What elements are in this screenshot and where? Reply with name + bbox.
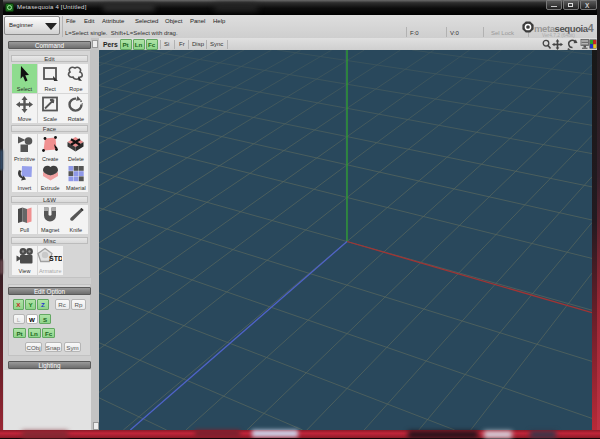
svg-text:STD: STD — [49, 255, 62, 262]
